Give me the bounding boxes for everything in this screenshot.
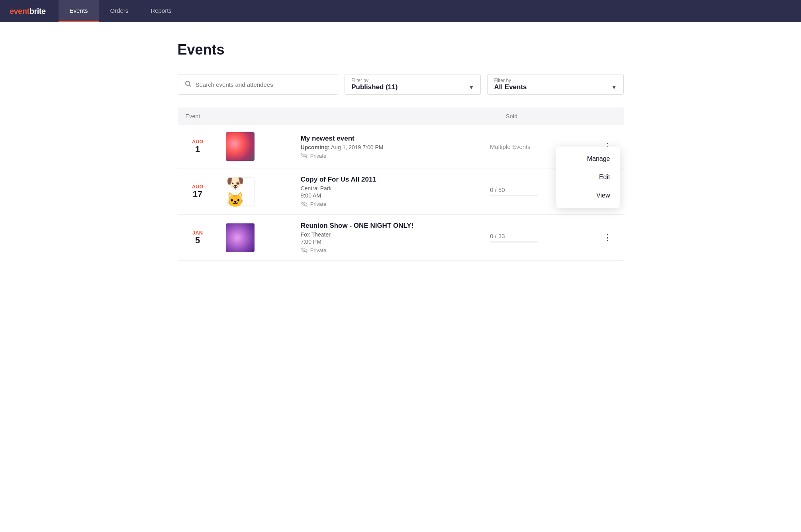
event-upcoming: Upcoming: Aug 1, 2019 7:00 PM [301,144,474,151]
event-date: Aug 17 [178,168,218,215]
svg-line-1 [189,85,190,86]
event-info-cell: Reunion Show - ONE NIGHT ONLY! Fox Theat… [293,215,482,261]
event-date: Jan 5 [178,215,218,261]
events-tbody: Aug 1 My newest event Upcoming: Aug 1, 2… [178,125,624,261]
menu-item-view[interactable]: View [556,186,620,205]
more-options-button[interactable]: ⋮ [599,230,616,245]
event-image [226,223,255,252]
filters-row: Filter by Published (11) ▼ Filter by All… [178,74,624,95]
event-day: 1 [186,145,210,154]
search-icon [184,80,192,89]
event-month: Aug [186,184,210,190]
filter-published-dropdown[interactable]: Filter by Published (11) ▼ [345,74,481,95]
event-month: Aug [186,139,210,145]
event-name[interactable]: Copy of For Us All 2011 [301,176,474,184]
filter-events-dropdown[interactable]: Filter by All Events ▼ [487,74,623,95]
event-location: Fox Theater [301,231,474,238]
chevron-down-icon: ▼ [611,84,617,90]
main-content: Events Filter by Published (11) ▼ Filter… [162,22,640,280]
table-row: Jan 5 Reunion Show - ONE NIGHT ONLY! Fox… [178,215,624,261]
nav-item-orders[interactable]: Orders [99,0,139,22]
nav-item-events[interactable]: Events [59,0,99,22]
logo: eventbrite [10,7,46,16]
event-image-cell: 🐶🐱 [218,168,293,215]
filter-events-label: Filter by [494,78,617,83]
private-label: Private [310,153,326,159]
nav-item-reports[interactable]: Reports [139,0,183,22]
event-day: 17 [186,190,210,199]
event-month: Jan [186,230,210,236]
col-event: Event [178,108,482,125]
dropdown-menu: Manage Edit View [556,147,620,208]
table-row: Aug 1 My newest event Upcoming: Aug 1, 2… [178,125,624,168]
sold-fraction: 0 / 33 [490,233,568,239]
page-title: Events [178,41,624,58]
sold-bar [490,241,538,243]
actions-cell[interactable]: ⋮ [576,215,623,261]
event-image-cell [218,215,293,261]
private-label: Private [310,247,326,253]
private-badge: Private [301,153,474,159]
sold-bar [490,195,538,196]
event-name[interactable]: My newest event [301,135,474,143]
event-info-cell: Copy of For Us All 2011 Central Park 9:0… [293,168,482,215]
menu-item-manage[interactable]: Manage [556,150,620,168]
search-input[interactable] [196,81,332,88]
col-sold: Sold [482,108,576,125]
event-image: 🐶🐱 [226,177,255,206]
nav-items: Events Orders Reports [59,0,183,22]
event-name[interactable]: Reunion Show - ONE NIGHT ONLY! [301,222,474,230]
table-header: Event Sold [178,108,624,125]
private-badge: Private [301,247,474,253]
menu-item-edit[interactable]: Edit [556,168,620,186]
event-time: 7:00 PM [301,239,474,245]
top-nav: eventbrite Events Orders Reports [0,0,801,22]
event-date: Aug 1 [178,125,218,168]
event-image [226,132,255,161]
search-box[interactable] [178,74,339,95]
chevron-down-icon: ▼ [469,84,474,90]
filter-published-value: Published (11) ▼ [351,83,474,91]
sold-value: 0 / 33 [482,215,576,261]
event-day: 5 [186,236,210,245]
filter-events-value: All Events ▼ [494,83,617,91]
filter-published-label: Filter by [351,78,474,83]
private-badge: Private [301,201,474,207]
event-location: Central Park [301,185,474,192]
private-label: Private [310,201,326,207]
events-table: Event Sold Aug 1 My newest event Upcomin… [178,108,624,261]
event-time: 9:00 AM [301,192,474,199]
event-info-cell: My newest event Upcoming: Aug 1, 2019 7:… [293,125,482,168]
event-image-cell [218,125,293,168]
actions-cell[interactable]: ⋮ Manage Edit View [576,125,623,168]
